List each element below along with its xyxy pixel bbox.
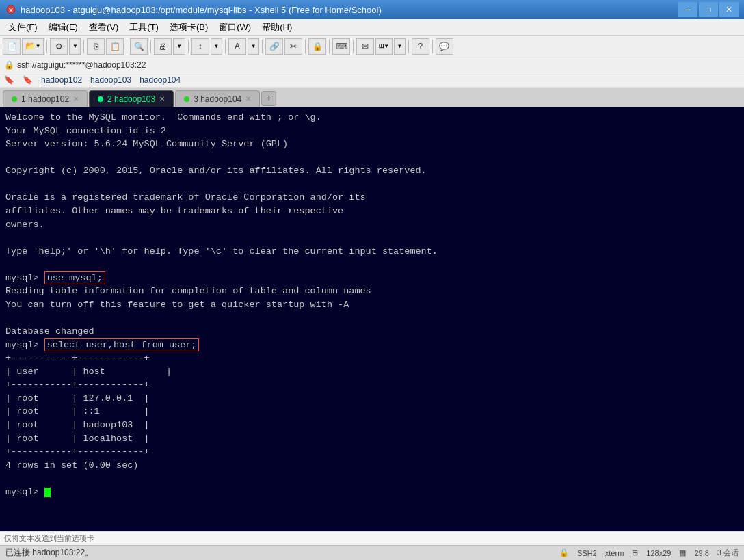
menu-edit[interactable]: 编辑(E) [43, 20, 83, 35]
script-button[interactable]: A [228, 38, 246, 55]
open-dropdown[interactable]: 📂▾ [22, 38, 44, 55]
compose-button[interactable]: ✉ [356, 38, 374, 55]
toolbar-separator-4 [150, 40, 151, 53]
menu-tools[interactable]: 工具(T) [124, 20, 164, 35]
bookmark-hadoop102[interactable]: hadoop102 [41, 75, 82, 85]
new-tab-button[interactable]: + [261, 91, 276, 106]
address-bar: 🔒 ssh://atguigu:******@hadoop103:22 [0, 57, 744, 72]
tab-dot-1 [12, 96, 17, 102]
address-text: ssh://atguigu:******@hadoop103:22 [17, 60, 146, 70]
new-session-button[interactable]: 📄 [3, 38, 21, 55]
tab-hadoop103[interactable]: 2 hadoop103 ✕ [89, 90, 174, 107]
menu-file[interactable]: 文件(F) [3, 20, 43, 35]
toolbar-separator-5 [188, 40, 189, 53]
bookmark-hadoop103[interactable]: hadoop103 [90, 75, 131, 85]
bookmark-icon2: 🔖 [23, 75, 33, 85]
menu-view[interactable]: 查看(V) [83, 20, 124, 35]
prompt-1: mysql> [5, 273, 44, 283]
status-bar: 已连接 hadoop103:22。 🔒 SSH2 xterm ⊞ 128x29 … [0, 545, 744, 560]
tab-label-2: 2 hadoop103 [107, 94, 155, 104]
transfer-dropdown[interactable]: ▾ [211, 38, 222, 55]
toolbar-separator-7 [262, 40, 263, 53]
print-button[interactable]: 🖨 [154, 38, 172, 55]
tabs-bar: 1 hadoop102 ✕ 2 hadoop103 ✕ 3 hadoop104 … [0, 88, 744, 107]
toolbar-separator-1 [46, 40, 47, 53]
title-bar: X hadoop103 - atguigu@hadoop103:/opt/mod… [0, 0, 744, 19]
terminal-content: Welcome to the MySQL monitor. Commands e… [5, 112, 438, 497]
toolbar-separator-3 [127, 40, 127, 53]
tab-label-3: 3 hadoop104 [194, 94, 241, 104]
extra-dropdown[interactable]: ▾ [394, 38, 406, 55]
toolbar-separator-2 [83, 40, 84, 53]
terminal-container: Welcome to the MySQL monitor. Commands e… [0, 107, 744, 531]
term-status: xterm [605, 549, 624, 557]
tab-dot-2 [98, 96, 103, 102]
lock-icon: 🔒 [4, 60, 14, 70]
close-button[interactable]: ✕ [719, 2, 739, 17]
size-status: 128x29 [646, 549, 671, 557]
menu-tab[interactable]: 选项卡(B) [164, 20, 213, 35]
view-dropdown[interactable]: ⊞▾ [375, 38, 392, 55]
protocol-status: SSH2 [577, 549, 597, 557]
window-title: hadoop103 - atguigu@hadoop103:/opt/modul… [21, 5, 678, 15]
script-dropdown[interactable]: ▾ [248, 38, 259, 55]
help-button[interactable]: ? [412, 38, 429, 55]
app-icon: X [5, 4, 16, 15]
tab-close-3[interactable]: ✕ [245, 95, 251, 103]
tab-close-2[interactable]: ✕ [159, 95, 165, 103]
menu-bar: 文件(F) 编辑(E) 查看(V) 工具(T) 选项卡(B) 窗口(W) 帮助(… [0, 19, 744, 36]
connect-button[interactable]: 🔗 [265, 38, 283, 55]
sessions-status: 3 会话 [717, 548, 739, 558]
tab-close-1[interactable]: ✕ [73, 95, 79, 103]
lock-status-icon: 🔒 [559, 548, 569, 557]
status-right: 🔒 SSH2 xterm ⊞ 128x29 ▦ 29,8 3 会话 [559, 548, 739, 558]
terminal-cursor [44, 488, 51, 497]
toolbar: 📄 📂▾ ⚙ ▾ ⎘ 📋 🔍 🖨 ▾ ↕ ▾ A ▾ 🔗 ✂ 🔒 ⌨ ✉ ⊞▾ … [0, 36, 744, 57]
bookmark-icon: 🔖 [4, 75, 14, 85]
properties-button[interactable]: ⚙ [50, 38, 68, 55]
transfer-button[interactable]: ↕ [191, 38, 209, 55]
toolbar-separator-10 [353, 40, 354, 53]
send-bar: 仅将文本发送到当前选项卡 [0, 531, 744, 545]
status-left: 已连接 hadoop103:22。 [5, 547, 93, 559]
paste-button[interactable]: 📋 [106, 38, 124, 55]
tab-hadoop102[interactable]: 1 hadoop102 ✕ [3, 90, 88, 107]
tab-dot-3 [184, 96, 189, 102]
chat-button[interactable]: 💬 [436, 38, 453, 55]
terminal[interactable]: Welcome to the MySQL monitor. Commands e… [0, 107, 744, 531]
disconnect-button[interactable]: ✂ [284, 38, 302, 55]
bookmarks-bar: 🔖 🔖 hadoop102 hadoop103 hadoop104 [0, 72, 744, 88]
prompt-2: mysql> [5, 340, 44, 350]
tab-hadoop104[interactable]: 3 hadoop104 ✕ [175, 90, 260, 107]
cmd2-highlight: select user,host from user; [44, 338, 200, 351]
toolbar-separator-8 [305, 40, 306, 53]
lock-button[interactable]: 🔒 [308, 38, 326, 55]
print-dropdown[interactable]: ▾ [173, 38, 185, 55]
window-controls: ─ □ ✕ [678, 2, 739, 17]
minimize-button[interactable]: ─ [678, 2, 698, 17]
copy-button[interactable]: ⎘ [87, 38, 105, 55]
menu-help[interactable]: 帮助(H) [256, 20, 297, 35]
menu-window[interactable]: 窗口(W) [213, 20, 256, 35]
connected-status: 已连接 hadoop103:22。 [5, 547, 93, 559]
cmd1-highlight: use mysql; [44, 271, 105, 284]
maximize-button[interactable]: □ [699, 2, 718, 17]
bookmark-hadoop104[interactable]: hadoop104 [140, 75, 181, 85]
tab-label-1: 1 hadoop102 [21, 94, 69, 104]
toolbar-separator-12 [432, 40, 433, 53]
send-bar-text: 仅将文本发送到当前选项卡 [4, 533, 94, 544]
properties-dropdown[interactable]: ▾ [69, 38, 81, 55]
toolbar-separator-11 [408, 40, 409, 53]
bars-icon: ▦ [679, 548, 686, 557]
toolbar-separator-9 [329, 40, 330, 53]
size-icon: ⊞ [632, 548, 638, 557]
svg-text:X: X [9, 7, 13, 14]
position-status: 29,8 [694, 549, 708, 557]
toolbar-separator-6 [225, 40, 226, 53]
search-button[interactable]: 🔍 [130, 38, 148, 55]
keyboard-button[interactable]: ⌨ [332, 38, 350, 55]
